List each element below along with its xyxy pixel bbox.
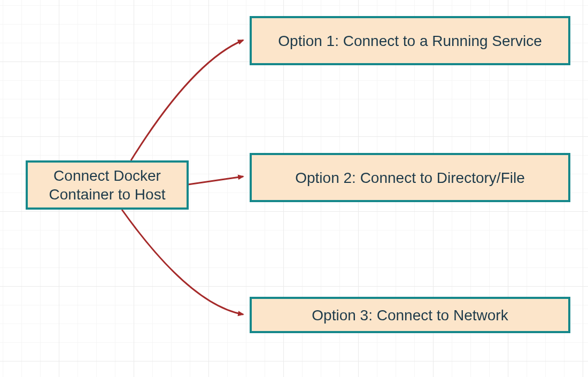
arrow-to-option3 xyxy=(122,210,243,314)
root-node: Connect Docker Container to Host xyxy=(26,160,189,210)
root-node-label: Connect Docker Container to Host xyxy=(36,166,178,204)
arrow-to-option1 xyxy=(131,40,243,160)
option1-node-label: Option 1: Connect to a Running Service xyxy=(278,32,541,50)
option3-node-label: Option 3: Connect to Network xyxy=(312,306,508,325)
option2-node-label: Option 2: Connect to Directory/File xyxy=(295,168,525,187)
arrow-to-option2 xyxy=(188,176,243,184)
option1-node: Option 1: Connect to a Running Service xyxy=(250,16,570,65)
option2-node: Option 2: Connect to Directory/File xyxy=(250,153,570,202)
option3-node: Option 3: Connect to Network xyxy=(250,297,570,333)
